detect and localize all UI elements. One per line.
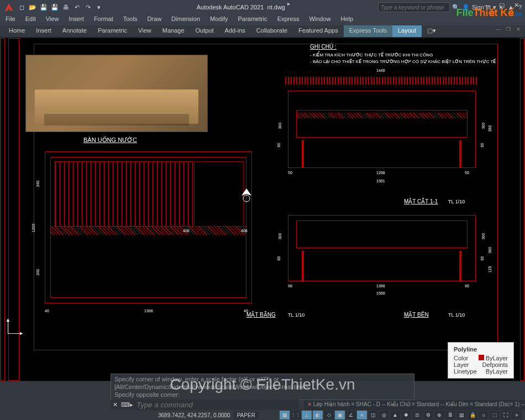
- qat-dropdown-icon[interactable]: ▾: [94, 2, 104, 12]
- side-body: [296, 221, 468, 248]
- tab-collaborate[interactable]: Collaborate: [251, 25, 293, 37]
- command-line[interactable]: Specify corner of window, enter a scale …: [111, 374, 414, 400]
- watermark-logo: FileThiết Kế.vn: [456, 7, 522, 19]
- menu-edit[interactable]: Edit: [23, 14, 38, 25]
- qat-new-icon[interactable]: ◻: [17, 2, 27, 12]
- tab-insert[interactable]: Insert: [30, 25, 57, 37]
- sec-dim-we: 50: [288, 171, 292, 175]
- tab-express[interactable]: Express Tools: [344, 25, 392, 37]
- qat-redo-icon[interactable]: ↷: [83, 2, 93, 12]
- side-dim-h2: 60: [277, 256, 281, 261]
- tab-layout[interactable]: Layout: [392, 25, 422, 37]
- sb-otrack-icon[interactable]: ∠: [346, 411, 356, 419]
- tab-view[interactable]: View: [133, 25, 157, 37]
- ribbon-toggle-icon[interactable]: ▢▾: [422, 25, 442, 37]
- sb-cycle-icon[interactable]: ◎: [379, 411, 389, 419]
- help-search-input[interactable]: [378, 2, 450, 12]
- tab-parametric[interactable]: Parametric: [92, 25, 133, 37]
- sb-monitor-icon[interactable]: ⊕: [434, 411, 444, 419]
- photo-caption: BÀN UỐNG NƯỚC: [83, 136, 137, 144]
- tab-manage[interactable]: Manage: [157, 25, 190, 37]
- sec-dim-h4: 60: [480, 143, 484, 148]
- sb-polar-icon[interactable]: ◐: [313, 411, 323, 419]
- sb-grid-icon[interactable]: ▦: [280, 411, 290, 419]
- tooltip-title: Polyline: [454, 346, 508, 353]
- note-1: - KIỂM TRA KÍCH THƯỚC THỰC TẾ TRƯỚC KHI …: [310, 53, 433, 57]
- sb-snap-icon[interactable]: ⋮⋮: [291, 411, 301, 419]
- tab-home[interactable]: Home: [3, 25, 30, 37]
- sb-isolate-icon[interactable]: ☼: [479, 411, 489, 419]
- menu-draw[interactable]: Draw: [145, 14, 164, 25]
- menu-insert[interactable]: Insert: [66, 14, 86, 25]
- plan-dim-h: 1200: [32, 224, 35, 233]
- section-scale: TL 1/10: [448, 199, 465, 204]
- qat-undo-icon[interactable]: ↶: [72, 2, 82, 12]
- plan-label: MẶT BẰNG: [246, 312, 276, 318]
- titlebar: ◻ 📂 💾 💾 🖶 ↶ ↷ ▾ ▸ Autodesk AutoCAD 2021 …: [0, 0, 525, 14]
- section-top-detail: [285, 77, 479, 85]
- sb-lwt-icon[interactable]: ≡: [357, 411, 367, 419]
- cmd-history-2: [All/Center/Dynamic/Extents/Previous/Sca…: [114, 383, 411, 391]
- menu-parametric[interactable]: Parametric: [235, 14, 269, 25]
- command-input[interactable]: [136, 401, 296, 409]
- share-marker-icon[interactable]: ▸: [287, 1, 290, 7]
- sb-qp-icon[interactable]: ▤: [456, 411, 466, 419]
- app-logo-icon: [3, 2, 14, 13]
- entity-tooltip: Polyline ColorByLayer LayerDefpoints Lin…: [448, 342, 514, 379]
- drawing-canvas[interactable]: BÀN UỐNG NƯỚC GHI CHÚ : - KIỂM TRA KÍCH …: [0, 38, 525, 381]
- doc-minimize-button[interactable]: —: [494, 25, 503, 33]
- svg-point-0: [243, 195, 250, 202]
- sb-annoauto-icon[interactable]: ✱: [401, 411, 411, 419]
- sb-ortho-icon[interactable]: ⊥: [302, 411, 312, 419]
- menu-view[interactable]: View: [44, 14, 61, 25]
- sb-scale-icon[interactable]: ⚖: [412, 411, 422, 419]
- plan-dim-h2: 340: [36, 269, 40, 276]
- menu-modify[interactable]: Modify: [208, 14, 230, 25]
- sec-dim-we2: 50: [465, 171, 469, 175]
- cmd-close-icon[interactable]: ✕: [113, 401, 118, 408]
- qat-save-icon[interactable]: 💾: [39, 2, 49, 12]
- sb-units-icon[interactable]: ≣: [445, 411, 455, 419]
- plan-dim-i1: 408: [183, 229, 190, 233]
- menu-help[interactable]: Help: [339, 14, 356, 25]
- space-toggle[interactable]: PAPER: [234, 412, 259, 419]
- side-dim-we2: 90: [465, 284, 469, 288]
- sb-transparency-icon[interactable]: ◫: [368, 411, 378, 419]
- sb-osnap-icon[interactable]: ▣: [335, 411, 345, 419]
- statusbar: 3689.7422, 424.2257, 0.0000 PAPER ▦ ⋮⋮ ⊥…: [0, 410, 525, 420]
- side-leg2: [459, 251, 461, 281]
- tab-annotate[interactable]: Annotate: [57, 25, 92, 37]
- plan-scale: TL 1/10: [288, 312, 305, 318]
- tab-featured[interactable]: Featured Apps: [293, 25, 344, 37]
- tab-addins[interactable]: Add-ins: [219, 25, 251, 37]
- menu-dimension[interactable]: Dimension: [169, 14, 202, 25]
- sb-customize-icon[interactable]: ≡: [512, 411, 522, 419]
- sb-ws-icon[interactable]: ⚙: [423, 411, 433, 419]
- doc-close-button[interactable]: ✕: [514, 25, 523, 33]
- reference-photo: [25, 55, 208, 132]
- sb-annoscale-icon[interactable]: ▲: [390, 411, 400, 419]
- notes-title: GHI CHÚ :: [310, 44, 337, 50]
- qat-plot-icon[interactable]: 🖶: [61, 2, 71, 12]
- ucs-icon: [5, 317, 25, 337]
- cmd-history-3: Specify opposite corner:: [114, 391, 411, 398]
- side-dim-we: 98: [288, 284, 292, 288]
- plan-dim-e1: 40: [45, 309, 49, 313]
- sec-dim-h3: 300: [481, 123, 485, 129]
- sb-hw-icon[interactable]: ⬚: [490, 411, 500, 419]
- tab-output[interactable]: Output: [190, 25, 219, 37]
- section-leg1: [302, 140, 304, 168]
- qat-open-icon[interactable]: 📂: [28, 2, 38, 12]
- menu-window[interactable]: Window: [307, 14, 333, 25]
- menu-express[interactable]: Express: [275, 14, 302, 25]
- sb-lock-icon[interactable]: 🔒: [468, 411, 477, 419]
- sb-clean-icon[interactable]: ⛶: [501, 411, 511, 419]
- menu-tools[interactable]: Tools: [121, 14, 140, 25]
- plan-panel: [194, 161, 244, 227]
- qat-saveas-icon[interactable]: 💾: [50, 2, 60, 12]
- sb-iso-icon[interactable]: ◇: [324, 411, 334, 419]
- command-input-bar: ✕ ⌨▸: [111, 400, 298, 410]
- doc-restore-button[interactable]: ❐: [504, 25, 513, 33]
- menu-format[interactable]: Format: [92, 14, 116, 25]
- menu-file[interactable]: File: [3, 14, 18, 25]
